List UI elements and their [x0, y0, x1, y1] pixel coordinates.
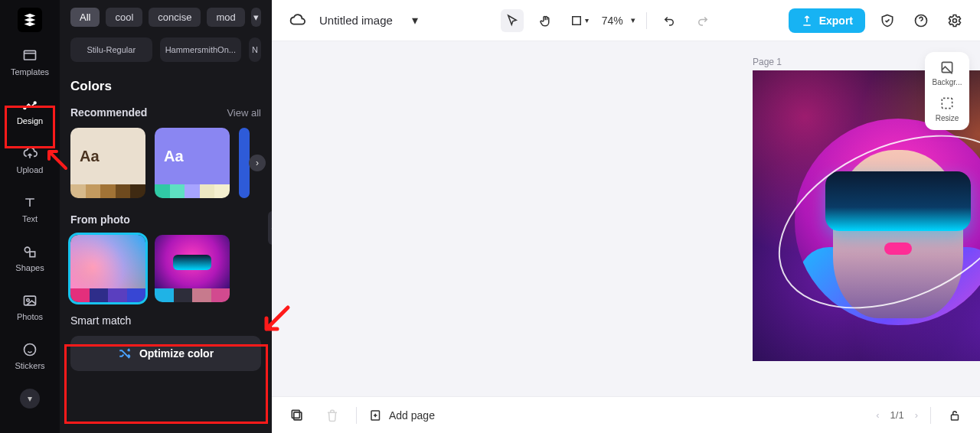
main-area: Untitled image ▾ ▾ 74% ▾ Export Page 1 •…: [272, 0, 980, 433]
nav-design-label: Design: [17, 116, 43, 125]
nav-templates-label: Templates: [11, 67, 49, 77]
view-all-link[interactable]: View all: [227, 107, 261, 119]
font-card-2[interactable]: HammersmithOn...: [160, 37, 242, 62]
nav-templates[interactable]: Templates: [5, 41, 55, 81]
photo-thumb: [70, 235, 145, 288]
font-card-3[interactable]: N: [249, 37, 261, 62]
nav-stickers-label: Stickers: [15, 361, 44, 370]
topbar: Untitled image ▾ ▾ 74% ▾ Export: [272, 0, 980, 41]
pager-prev[interactable]: ‹: [876, 409, 879, 421]
chevron-down-icon: ▾: [28, 393, 32, 404]
pager: ‹ 1/1 ›: [876, 409, 918, 421]
add-page-icon: [369, 409, 383, 422]
pager-next[interactable]: ›: [915, 409, 918, 421]
chip-all[interactable]: All: [70, 8, 100, 27]
chevron-down-icon: ▾: [585, 16, 589, 24]
hand-tool[interactable]: [534, 9, 557, 32]
annotation-arrow-design: [44, 147, 69, 171]
nav-more[interactable]: ▾: [20, 389, 40, 409]
background-tool[interactable]: Backgr...: [933, 60, 962, 86]
zoom-control[interactable]: 74% ▾: [602, 15, 635, 27]
shuffle-icon: [118, 347, 132, 360]
export-button[interactable]: Export: [789, 8, 865, 33]
colors-heading: Colors: [70, 79, 261, 94]
nav-shapes[interactable]: Shapes: [5, 237, 55, 277]
svg-point-10: [953, 18, 957, 22]
lock-button[interactable]: [943, 404, 966, 427]
svg-point-2: [34, 102, 36, 104]
nav-photos[interactable]: Photos: [5, 286, 55, 326]
svg-point-7: [24, 344, 36, 356]
svg-rect-5: [24, 296, 36, 305]
background-icon: [939, 60, 955, 75]
smart-match-label: Smart match: [70, 314, 261, 327]
svg-rect-16: [292, 410, 299, 418]
chip-more[interactable]: ▾: [251, 8, 261, 27]
palette-card-1[interactable]: Aa: [70, 128, 145, 198]
resize-tool[interactable]: Resize: [936, 96, 959, 122]
divider: [930, 407, 931, 424]
photo-palette-2[interactable]: [155, 235, 230, 302]
app-logo[interactable]: [18, 8, 42, 32]
undo-button[interactable]: [658, 9, 681, 32]
design-panel: All cool concise mod ▾ Stilu-Regular Ham…: [60, 0, 272, 433]
recommended-label: Recommended: [70, 106, 147, 119]
svg-rect-4: [30, 252, 35, 257]
resize-icon: [939, 96, 955, 111]
resize-tool-label: Resize: [936, 114, 959, 122]
font-row: Stilu-Regular HammersmithOn... N: [70, 37, 261, 62]
divider: [356, 407, 357, 424]
palette-row: Aa Aa ›: [70, 128, 261, 198]
chip-concise[interactable]: concise: [149, 8, 201, 27]
pager-value: 1/1: [890, 409, 904, 421]
export-label: Export: [819, 15, 853, 27]
chevron-down-icon: ▾: [412, 13, 418, 28]
shield-button[interactable]: [876, 9, 899, 32]
add-page-label: Add page: [389, 409, 435, 422]
canvas-side-tools: Backgr... Resize: [925, 52, 969, 130]
settings-button[interactable]: [943, 9, 966, 32]
from-photo-header: From photo: [70, 213, 261, 226]
upload-icon: [21, 145, 38, 162]
font-card-1[interactable]: Stilu-Regular: [70, 37, 152, 62]
nav-stickers[interactable]: Stickers: [5, 335, 55, 375]
shapes-icon: [21, 243, 38, 260]
cloud-sync-button[interactable]: [286, 9, 309, 32]
palette-card-2[interactable]: Aa: [155, 128, 230, 198]
optimize-color-button[interactable]: Optimize color: [70, 336, 261, 371]
redo-button[interactable]: [691, 9, 714, 32]
filter-chip-row: All cool concise mod ▾: [70, 8, 261, 27]
export-icon: [801, 15, 813, 27]
svg-point-6: [27, 299, 29, 301]
nav-photos-label: Photos: [17, 312, 43, 321]
cursor-tool[interactable]: [501, 9, 524, 32]
chip-modern[interactable]: mod: [207, 8, 244, 27]
svg-point-1: [24, 107, 26, 109]
svg-rect-14: [942, 98, 952, 108]
document-title[interactable]: Untitled image: [319, 14, 393, 27]
svg-rect-13: [942, 62, 952, 72]
svg-rect-15: [294, 412, 302, 419]
bottombar: Add page ‹ 1/1 ›: [272, 396, 980, 433]
canvas-wrap[interactable]: Page 1 ••• Backgr... Resize: [272, 41, 980, 396]
title-dropdown[interactable]: ▾: [403, 9, 426, 32]
chip-cool[interactable]: cool: [106, 8, 142, 27]
palette-card-peek[interactable]: [239, 128, 250, 198]
crop-tool[interactable]: ▾: [568, 9, 591, 32]
photo-palette-1[interactable]: [70, 235, 145, 302]
palette-aa: Aa: [155, 128, 230, 184]
nav-text[interactable]: Text: [5, 188, 55, 228]
divider: [646, 12, 647, 29]
layers-button[interactable]: [286, 404, 309, 427]
chevron-down-icon: ▾: [253, 11, 259, 23]
palette-swatches: [70, 184, 145, 198]
photo-palette-row: [70, 235, 261, 302]
photos-icon: [21, 292, 38, 309]
delete-button[interactable]: [321, 404, 344, 427]
help-button[interactable]: [910, 9, 933, 32]
templates-icon: [21, 47, 38, 64]
add-page-button[interactable]: Add page: [369, 409, 435, 422]
nav-design[interactable]: Design: [5, 90, 55, 130]
palette-scroll-right[interactable]: ›: [249, 155, 266, 171]
zoom-value: 74%: [602, 15, 623, 27]
